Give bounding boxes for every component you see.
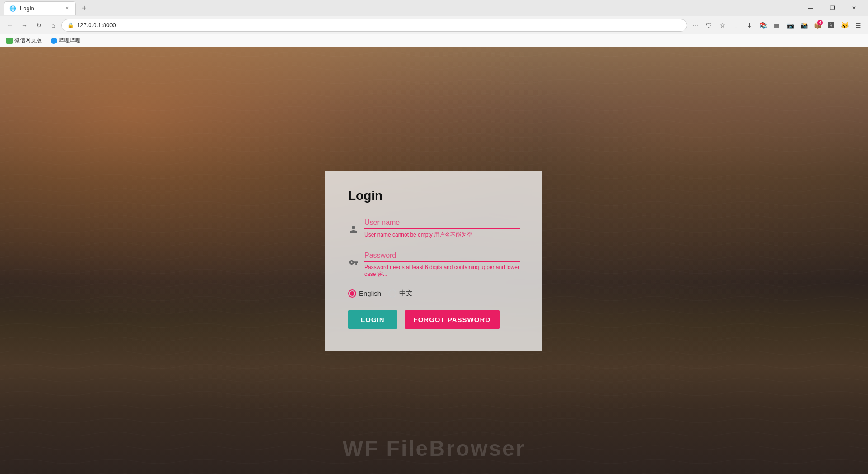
forgot-password-button[interactable]: FORGOT PASSWORD — [405, 310, 500, 329]
password-field-wrapper: Password needs at least 6 digits and con… — [348, 250, 520, 278]
lang-english-radio-inner — [350, 291, 354, 296]
lang-english-radio[interactable] — [348, 289, 356, 298]
window-controls: — ❐ ✕ — [800, 0, 864, 16]
lang-chinese-radio[interactable] — [388, 289, 396, 298]
username-field-content: User name cannot be empty 用户名不能为空 — [364, 217, 520, 239]
password-field-row: Password needs at least 6 digits and con… — [348, 250, 520, 278]
lang-english-label: English — [359, 289, 381, 297]
browser-tab[interactable]: 🌐 Login ✕ — [4, 1, 76, 15]
extension-abp-icon[interactable]: 🅰 — [825, 19, 837, 32]
browser-toolbar: ← → ↻ ⌂ 🔒 127.0.0.1:8000 ··· 🛡 ☆ ↓ ⬇ 📚 ▤… — [0, 16, 868, 34]
sidebar-icon[interactable]: ▤ — [770, 19, 783, 32]
pocket-icon[interactable]: ↓ — [730, 19, 742, 32]
address-lock-icon: 🔒 — [67, 22, 74, 28]
home-button[interactable]: ⌂ — [47, 19, 60, 32]
key-icon — [348, 258, 359, 269]
lang-english-option[interactable]: English — [348, 289, 381, 298]
new-tab-button[interactable]: + — [78, 2, 90, 14]
maximize-button[interactable]: ❐ — [822, 0, 843, 16]
username-input[interactable] — [364, 217, 520, 229]
tab-close-button[interactable]: ✕ — [64, 5, 70, 12]
bookmark-bilibili-label: 哔哩哔哩 — [59, 37, 80, 44]
login-title: Login — [348, 189, 520, 203]
login-button[interactable]: LOGIN — [348, 310, 397, 329]
button-row: LOGIN FORGOT PASSWORD — [348, 310, 520, 329]
password-error: Password needs at least 6 digits and con… — [364, 264, 520, 278]
username-error: User name cannot be empty 用户名不能为空 — [364, 231, 520, 239]
menu-button[interactable]: ☰ — [852, 19, 864, 32]
username-field-wrapper: User name cannot be empty 用户名不能为空 — [348, 217, 520, 239]
library-icon[interactable]: 📚 — [757, 19, 769, 32]
shield-icon[interactable]: 🛡 — [703, 19, 715, 32]
bookmark-bilibili[interactable]: 哔哩哔哩 — [48, 36, 83, 45]
forward-button[interactable]: → — [18, 19, 31, 32]
tab-title: Login — [20, 5, 34, 12]
username-field-row: User name cannot be empty 用户名不能为空 — [348, 217, 520, 239]
extension-extra-icon[interactable]: 😺 — [838, 19, 851, 32]
address-text: 127.0.0.1:8000 — [77, 22, 681, 28]
download-icon[interactable]: ⬇ — [743, 19, 756, 32]
lang-chinese-label: 中文 — [399, 289, 413, 298]
camera-icon[interactable]: 📸 — [797, 19, 810, 32]
notification-badge: 4 — [817, 20, 823, 25]
reload-button[interactable]: ↻ — [33, 19, 45, 32]
address-bar[interactable]: 🔒 127.0.0.1:8000 — [61, 19, 687, 32]
user-icon — [348, 225, 359, 236]
bookmarks-bar: 微信网页版 哔哩哔哩 — [0, 34, 868, 47]
back-button[interactable]: ← — [4, 19, 16, 32]
bookmark-star-icon[interactable]: ☆ — [716, 19, 729, 32]
bookmark-wechat-label: 微信网页版 — [14, 37, 42, 44]
password-input[interactable] — [364, 250, 520, 262]
close-button[interactable]: ✕ — [844, 0, 864, 16]
more-button[interactable]: ··· — [689, 19, 702, 32]
screenshot-icon[interactable]: 📷 — [784, 19, 797, 32]
wechat-bookmark-icon — [6, 38, 13, 44]
bilibili-bookmark-icon — [51, 38, 57, 44]
lang-chinese-option[interactable]: 中文 — [388, 289, 413, 298]
watermark: WF FileBrowser — [343, 436, 526, 461]
language-selector: English 中文 — [348, 289, 520, 298]
browser-titlebar: 🌐 Login ✕ + — ❐ ✕ — [0, 0, 868, 16]
browser-chrome: 🌐 Login ✕ + — ❐ ✕ ← → ↻ ⌂ 🔒 127.0.0.1:80… — [0, 0, 868, 47]
tab-favicon: 🌐 — [9, 5, 16, 12]
minimize-button[interactable]: — — [800, 0, 821, 16]
password-field-content: Password needs at least 6 digits and con… — [364, 250, 520, 278]
extension-icon-1[interactable]: 4 📦 — [811, 19, 824, 32]
page-background: WF FileBrowser Login User name cannot be… — [0, 47, 868, 474]
login-card: Login User name cannot be empty 用户名不能为空 — [326, 171, 542, 351]
bookmark-wechat[interactable]: 微信网页版 — [4, 36, 44, 45]
toolbar-actions: ··· 🛡 ☆ ↓ ⬇ 📚 ▤ 📷 📸 4 📦 🅰 😺 ☰ — [689, 19, 864, 32]
